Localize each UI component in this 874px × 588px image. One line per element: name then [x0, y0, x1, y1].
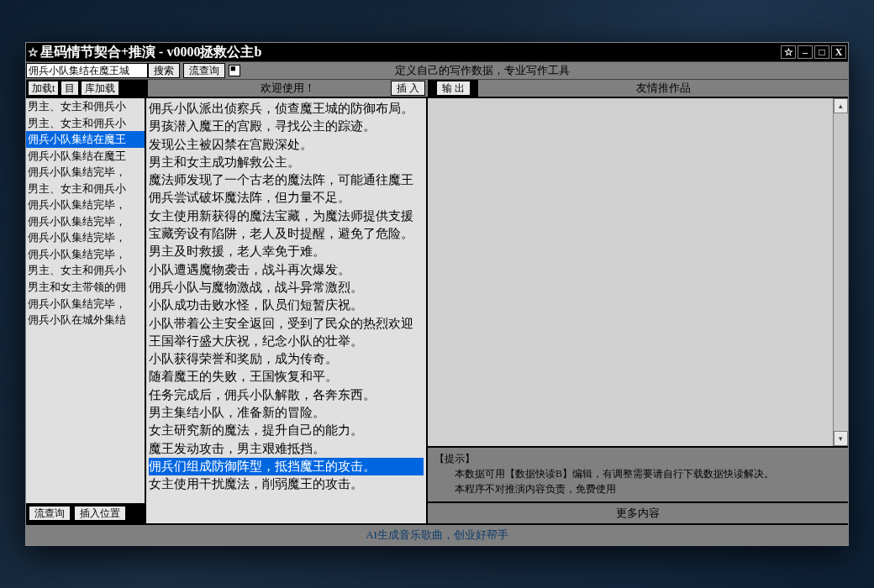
story-line[interactable]: 王国举行盛大庆祝，纪念小队的壮举。: [149, 333, 424, 350]
insert-button[interactable]: 插 入: [391, 81, 425, 96]
search-input[interactable]: [26, 63, 148, 78]
story-line[interactable]: 女主研究新的魔法，提升自己的能力。: [149, 422, 424, 439]
story-line[interactable]: 发现公主被囚禁在宫殿深处。: [149, 136, 424, 154]
tips-box: 【提示】 本数据可用【数据快读B】编辑，有调整需要请自行下载数据快读解决。 本程…: [428, 448, 848, 503]
export-button[interactable]: 输 出: [436, 81, 471, 96]
story-panel: 佣兵小队派出侦察兵，侦查魔王城的防御布局。男孩潜入魔王的宫殿，寻找公主的踪迹。发…: [146, 98, 428, 523]
titlebar: ☆ 星码情节契合+推演 - v0000拯救公主b ☆ – □ X: [26, 43, 848, 61]
story-line[interactable]: 佣兵小队与魔物激战，战斗异常激烈。: [149, 279, 424, 297]
story-line[interactable]: 小队带着公主安全返回，受到了民众的热烈欢迎: [149, 315, 424, 333]
tips-line-1: 本数据可用【数据快读B】编辑，有调整需要请自行下载数据快读解决。: [434, 466, 841, 481]
story-line[interactable]: 小队遭遇魔物袭击，战斗再次爆发。: [149, 261, 424, 279]
toc-button[interactable]: 目: [61, 81, 79, 96]
outline-item[interactable]: 佣兵小队集结在魔王: [26, 131, 145, 148]
scroll-up-icon[interactable]: ▴: [834, 98, 848, 113]
outline-item[interactable]: 佣兵小队集结完毕，: [26, 164, 145, 181]
scrollbar[interactable]: ▴ ▾: [833, 98, 848, 446]
action-toolbar: 加载t 目 库加载 欢迎使用！ 插 入 输 出 友情推作品: [26, 80, 848, 98]
story-line[interactable]: 佣兵小队派出侦察兵，侦查魔王城的防御布局。: [149, 100, 424, 118]
outline-item[interactable]: 男主和女主带领的佣: [26, 279, 145, 296]
story-line[interactable]: 小队获得荣誉和奖励，成为传奇。: [149, 350, 424, 368]
story-line[interactable]: 男主及时救援，老人幸免于难。: [149, 243, 424, 260]
maximize-button[interactable]: □: [814, 45, 829, 59]
lib-load-button[interactable]: 库加载: [81, 81, 119, 96]
story-line[interactable]: 魔王发动攻击，男主艰难抵挡。: [149, 440, 424, 458]
recommend-text: 友情推作品: [636, 81, 691, 96]
outline-panel: 男主、女主和佣兵小男主、女主和佣兵小佣兵小队集结在魔王佣兵小队集结在魔王佣兵小队…: [26, 98, 146, 523]
main-area: 男主、女主和佣兵小男主、女主和佣兵小佣兵小队集结在魔王佣兵小队集结在魔王佣兵小队…: [26, 98, 848, 523]
story-line[interactable]: 小队成功击败水怪，队员们短暂庆祝。: [149, 297, 424, 314]
search-button[interactable]: 搜索: [148, 63, 180, 78]
output-area[interactable]: ▴ ▾: [428, 98, 848, 448]
story-line[interactable]: 魔法师发现了一个古老的魔法阵，可能通往魔王: [149, 171, 424, 189]
flow-query-button-2[interactable]: 流查询: [29, 506, 71, 521]
welcome-text: 欢迎使用！: [261, 81, 315, 96]
star-icon: ☆: [28, 45, 39, 60]
insert-position-button[interactable]: 插入位置: [74, 506, 126, 521]
option-checkbox[interactable]: [229, 65, 240, 76]
story-line[interactable]: 男孩潜入魔王的宫殿，寻找公主的踪迹。: [149, 118, 424, 135]
outline-item[interactable]: 男主、女主和佣兵小: [26, 115, 145, 132]
story-line[interactable]: 随着魔王的失败，王国恢复和平。: [149, 368, 424, 386]
load-button[interactable]: 加载t: [28, 81, 59, 96]
outline-item[interactable]: 佣兵小队集结完毕，: [26, 246, 145, 263]
app-window: ☆ 星码情节契合+推演 - v0000拯救公主b ☆ – □ X 搜索 流查询 …: [25, 42, 849, 546]
story-line[interactable]: 女主使用新获得的魔法宝藏，为魔法师提供支援: [149, 207, 424, 225]
flow-query-button[interactable]: 流查询: [183, 63, 225, 78]
story-line[interactable]: 佣兵们组成防御阵型，抵挡魔王的攻击。: [149, 458, 424, 475]
close-button[interactable]: X: [831, 45, 846, 59]
favorite-button[interactable]: ☆: [781, 45, 796, 59]
story-line[interactable]: 男主和女主成功解救公主。: [149, 154, 424, 171]
story-list[interactable]: 佣兵小队派出侦察兵，侦查魔王城的防御布局。男孩潜入魔王的宫殿，寻找公主的踪迹。发…: [146, 98, 426, 496]
outline-item[interactable]: 男主、女主和佣兵小: [26, 181, 145, 197]
tips-line-2: 本程序不对推演内容负责，免费使用: [434, 481, 841, 496]
scroll-down-icon[interactable]: ▾: [834, 431, 848, 446]
window-title: 星码情节契合+推演 - v0000拯救公主b: [40, 44, 261, 61]
outline-item[interactable]: 佣兵小队集结完毕，: [26, 213, 145, 230]
story-line[interactable]: 宝藏旁设有陷阱，老人及时提醒，避免了危险。: [149, 225, 424, 243]
outline-item[interactable]: 男主、女主和佣兵小: [26, 262, 145, 279]
outline-item[interactable]: 佣兵小队集结完毕，: [26, 296, 145, 312]
story-line[interactable]: 男主集结小队，准备新的冒险。: [149, 404, 424, 422]
outline-item[interactable]: 佣兵小队集结完毕，: [26, 229, 145, 246]
minimize-button[interactable]: –: [798, 45, 813, 59]
more-content-button[interactable]: 更多内容: [428, 503, 848, 523]
outline-item[interactable]: 佣兵小队在城外集结: [26, 312, 145, 328]
story-line[interactable]: 女主使用干扰魔法，削弱魔王的攻击。: [149, 475, 424, 493]
outline-item[interactable]: 佣兵小队集结完毕，: [26, 197, 145, 213]
story-line[interactable]: 佣兵尝试破坏魔法阵，但力量不足。: [149, 189, 424, 207]
output-panel: ▴ ▾ 【提示】 本数据可用【数据快读B】编辑，有调整需要请自行下载数据快读解决…: [428, 98, 848, 523]
outline-list[interactable]: 男主、女主和佣兵小男主、女主和佣兵小佣兵小队集结在魔王佣兵小队集结在魔王佣兵小队…: [26, 98, 145, 503]
outline-item[interactable]: 佣兵小队集结在魔王: [26, 148, 145, 165]
tagline-text: 定义自己的写作数据，专业写作工具: [395, 63, 570, 78]
footer-ad[interactable]: AI生成音乐歌曲，创业好帮手: [26, 523, 848, 545]
tips-header: 【提示】: [434, 451, 841, 466]
search-toolbar: 搜索 流查询 定义自己的写作数据，专业写作工具: [26, 61, 848, 80]
outline-item[interactable]: 男主、女主和佣兵小: [26, 98, 145, 115]
story-line[interactable]: 任务完成后，佣兵小队解散，各奔东西。: [149, 386, 424, 404]
